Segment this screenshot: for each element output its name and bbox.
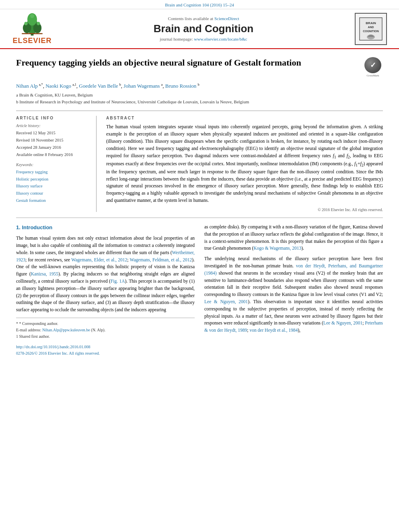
accepted-date: Accepted 28 January 2016 [16,144,90,151]
intro-para1: The human visual system does not only ex… [16,235,195,314]
email-label: E-mail address: [16,328,41,332]
svg-text:BRAIN: BRAIN [366,21,376,25]
homepage-label: journal homepage: [160,37,194,41]
abstract-column: ABSTRACT The human visual system integra… [106,116,383,212]
svg-text:AND: AND [368,26,374,29]
authors-line: Nihan Alp a,*, Naoki Kogo a,1, Goedele V… [16,83,383,89]
ref-lee-nguyen2[interactable]: Lee & Nguyen, 2001 [323,320,362,325]
abstract-text: The human visual system integrates separ… [106,123,383,204]
section-divider [16,218,383,218]
email-note: E-mail address: Nihan.Alp@ppw.kuleuven.b… [16,327,195,333]
article-info-label: ARTICLE INFO [16,116,90,120]
keyword-2[interactable]: Holistic perception [16,177,48,181]
ref-fig1a[interactable]: Fig. 1A [111,279,125,283]
journal-title-area: Contents lists available at ScienceDirec… [60,12,347,45]
svg-rect-5 [22,33,42,34]
right-para1: as complete disks). By comparing it with… [204,224,383,252]
journal-header: ELSEVIER Contents lists available at Sci… [0,9,399,49]
intro-heading: 1. Introduction [16,224,195,232]
article-info-column: ARTICLE INFO Article history: Received 1… [16,116,97,212]
journal-citation-bar: Brain and Cognition 104 (2016) 15–24 [0,0,399,9]
copyright-line: © 2016 Elsevier Inc. All rights reserved… [106,207,383,212]
ref-wagemans1[interactable]: Wagemans, Elder, et al., 2012 [71,257,127,262]
ref-kogo-wagemans[interactable]: Kogo & Wagemans, 2013 [253,246,301,251]
abstract-label: ABSTRACT [106,116,383,120]
main-content: Frequency tagging yields an objective ne… [0,49,399,365]
footnote-section: * * Corresponding author. E-mail address… [16,318,195,340]
elsevier-name: ELSEVIER [12,37,51,45]
elsevier-tree-icon [18,12,46,37]
shared-first-note: 1 Shared first author. [16,333,195,340]
keyword-5[interactable]: Gestalt formation [16,198,46,203]
author-nihan[interactable]: Nihan Alp [16,83,38,89]
journal-badge-icon: BRAIN AND COGNITION [359,17,383,41]
doi-section: http://dx.doi.org/10.1016/j.bandc.2016.0… [16,344,195,357]
journal-homepage: journal homepage: www.elsevier.com/locat… [160,37,247,41]
author-goedele[interactable]: Goedele Van Belle [79,83,118,89]
journal-title: Brain and Cognition [154,23,253,35]
keyword-3[interactable]: Illusory surface [16,184,43,188]
journal-badge: BRAIN AND COGNITION [355,13,387,45]
elsevier-logo: ELSEVIER [12,12,51,45]
title-section: Frequency tagging yields an objective ne… [16,57,383,77]
issn-text: 0278-2626/© 2016 Elsevier Inc. All right… [16,351,100,355]
ref-vonderheydt2[interactable]: von der Heydt et al., 1984 [249,328,298,333]
ref-lee-nguyen[interactable]: Lee & Nguyen, 2001 [204,299,248,304]
corresponding-author-note: * * Corresponding author. [16,320,195,327]
info-abstract-section: ARTICLE INFO Article history: Received 1… [16,111,383,212]
crossmark-badge[interactable]: ✓ CrossMark [363,57,383,77]
keyword-4[interactable]: Illusory contour [16,191,43,195]
sciencedirect-link[interactable]: ScienceDirect [214,16,239,21]
journal-badge-area: BRAIN AND COGNITION [351,12,391,45]
sciencedirect-line: Contents lists available at ScienceDirec… [168,16,239,21]
author-bruno[interactable]: Bruno Rossion [165,83,197,89]
affiliations: a Brain & Cognition, KU Leuven, Belgium … [16,92,383,105]
doi-link[interactable]: http://dx.doi.org/10.1016/j.bandc.2016.0… [16,345,90,349]
ref-kanizsa[interactable]: Kanizsa, 1955 [31,271,58,276]
svg-point-7 [37,22,40,25]
body-right-column: as complete disks). By comparing it with… [204,224,383,357]
email-suffix: (N. Alp). [91,328,105,332]
ref-vonderheydt[interactable]: von der Heydt, Peterhans, and Baumgartne… [204,263,383,275]
article-history-label: Article history: [16,123,90,128]
journal-citation-text: Brain and Cognition 104 (2016) 15–24 [165,2,234,7]
keyword-1[interactable]: Frequency tagging [16,170,47,174]
article-title: Frequency tagging yields an objective ne… [16,57,359,69]
body-columns: 1. Introduction The human visual system … [16,224,383,357]
corresponding-star: * [16,321,19,326]
affiliation-b: b Institute of Research in Psychology an… [16,99,383,105]
corresponding-label: * Corresponding author. [19,321,58,326]
affiliation-a: a Brain & Cognition, KU Leuven, Belgium [16,92,383,99]
elsevier-logo-area: ELSEVIER [8,12,56,45]
homepage-link[interactable]: www.elsevier.com/locate/b&c [194,37,247,41]
ref-wagemans2[interactable]: Wagemans, Feldman, et al., 2012 [130,257,192,262]
contents-text: Contents lists available at [168,16,213,21]
crossmark-icon: ✓ [364,57,381,73]
email-link[interactable]: Nihan.Alp@ppw.kuleuven.be [42,328,90,332]
svg-point-6 [24,22,28,25]
received-date: Received 12 May 2015 [16,129,90,137]
crossmark-label: CrossMark [366,74,379,77]
svg-point-8 [30,14,34,18]
right-para2: The underlying neural mechanisms of the … [204,255,383,334]
keywords-label: Keywords: [16,162,90,167]
author-johan[interactable]: Johan Wagemans [123,83,160,89]
revised-date: Revised 18 November 2015 [16,137,90,144]
keywords-list: Frequency tagging Holistic perception Il… [16,168,90,204]
article-dates: Received 12 May 2015 Revised 18 November… [16,129,90,158]
body-left-column: 1. Introduction The human visual system … [16,224,195,357]
available-date: Available online 8 February 2016 [16,151,90,158]
svg-text:COGNITION: COGNITION [363,30,379,33]
author-naoki[interactable]: Naoki Kogo [45,83,71,89]
